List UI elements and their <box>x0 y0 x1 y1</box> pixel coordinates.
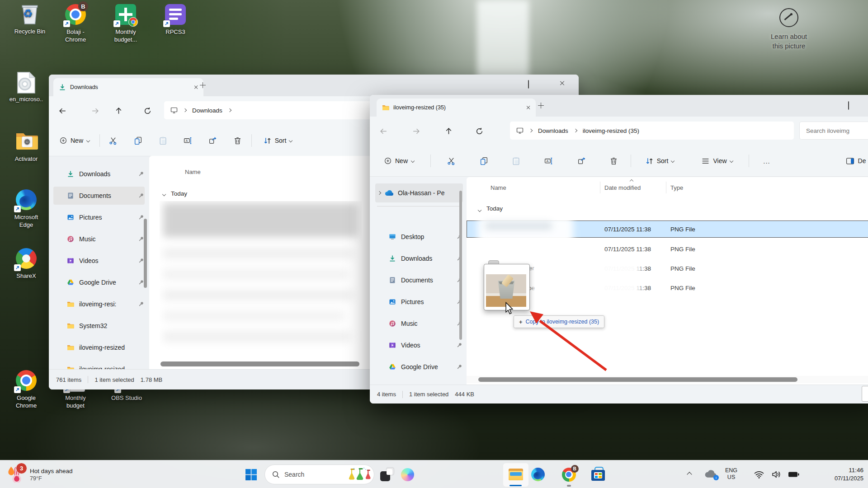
w1-horizontal-scrollbar[interactable] <box>160 361 359 366</box>
desktop-icon-sharex[interactable]: ShareX <box>1 248 51 280</box>
taskbar-microsoft-store[interactable] <box>590 467 606 482</box>
taskbar-file-explorer-active[interactable] <box>503 463 529 487</box>
new-button[interactable]: New <box>380 153 419 169</box>
w2-tab-iloveimg[interactable]: iloveimg-resized (35) <box>377 99 536 117</box>
w2-address-bar[interactable]: Downloads iloveimg-resized (35) <box>510 122 794 140</box>
w2-maximize-button[interactable] <box>848 102 849 110</box>
sidebar-item-videos[interactable]: Videos <box>375 336 463 354</box>
sidebar-item-music[interactable]: Music <box>375 314 463 333</box>
forward-button[interactable] <box>410 125 422 137</box>
sidebar-item-videos[interactable]: Videos <box>53 252 145 270</box>
taskbar-copilot[interactable] <box>400 467 415 482</box>
taskbar-chrome-bolaji[interactable]: B <box>561 467 576 482</box>
view-toggle-button[interactable] <box>862 386 868 402</box>
details-pane-button[interactable]: De <box>840 153 868 169</box>
column-divider[interactable] <box>600 182 600 193</box>
up-button[interactable] <box>112 104 125 117</box>
tray-hidden-icons-button[interactable] <box>682 467 697 482</box>
sidebar-item-downloads[interactable]: Downloads <box>375 249 463 267</box>
w1-address-bar[interactable]: Downloads <box>164 101 380 119</box>
copy-button[interactable] <box>130 132 146 149</box>
forward-button[interactable] <box>89 104 101 117</box>
view-button[interactable]: View <box>696 153 738 169</box>
refresh-button[interactable] <box>473 125 486 137</box>
sort-button[interactable]: Sort <box>258 132 297 149</box>
sort-button[interactable]: Sort <box>639 153 680 169</box>
column-divider[interactable] <box>666 182 666 193</box>
w1-column-name[interactable]: Name <box>185 169 201 175</box>
sidebar-item-google-drive[interactable]: Google Drive <box>53 273 145 291</box>
expand-chevron-icon[interactable] <box>377 191 381 195</box>
sidebar-item-music[interactable]: Music <box>53 230 145 248</box>
w2-column-type[interactable]: Type <box>670 184 683 191</box>
tray-wifi[interactable] <box>751 467 767 482</box>
sidebar-item-iloveimg-resi[interactable]: iloveimg-resi: <box>53 295 145 313</box>
breadcrumb-downloads[interactable]: Downloads <box>192 107 222 114</box>
sidebar-item-documents[interactable]: Documents <box>53 187 145 205</box>
w2-hscroll-track[interactable] <box>467 376 868 383</box>
w1-maximize-button[interactable] <box>528 80 529 89</box>
breadcrumb-chevron-icon[interactable] <box>228 108 231 112</box>
tray-language[interactable]: ENG US <box>725 467 737 481</box>
sidebar-item-desktop[interactable]: Desktop <box>375 228 463 246</box>
w2-group-today[interactable]: Today <box>486 205 503 212</box>
share-button[interactable] <box>573 153 590 169</box>
tray-clock[interactable]: 11:46 07/11/2025 <box>809 467 863 482</box>
desktop-icon-recycle-bin[interactable]: ♻ Recycle Bin <box>5 4 55 35</box>
tab-close-icon[interactable] <box>526 105 531 110</box>
desktop-icon-activator[interactable]: ⚙ Activator <box>1 131 51 163</box>
delete-button[interactable] <box>229 132 245 149</box>
w1-group-today[interactable]: Today <box>171 190 187 197</box>
taskbar-edge[interactable] <box>530 467 546 482</box>
new-button[interactable]: New <box>55 132 94 149</box>
share-button[interactable] <box>204 132 221 149</box>
breadcrumb-iloveimg[interactable]: iloveimg-resized (35) <box>583 127 639 134</box>
desktop-icon-en-microso[interactable]: en_microso.. <box>1 71 51 103</box>
tray-volume[interactable] <box>769 467 784 482</box>
w2-column-date[interactable]: Date modified <box>604 184 641 191</box>
sidebar-item-onedrive[interactable]: Ola-Hassan - Pe <box>375 183 463 202</box>
rename-button[interactable]: A <box>540 153 557 169</box>
sidebar-item-iloveimg-resized[interactable]: iloveimg-resized <box>53 338 145 357</box>
taskbar-app-squares[interactable] <box>379 467 395 482</box>
tab-close-icon[interactable] <box>194 85 198 89</box>
sidebar-item-documents[interactable]: Documents <box>375 271 463 289</box>
breadcrumb-downloads[interactable]: Downloads <box>538 127 568 134</box>
cut-button[interactable] <box>105 132 121 149</box>
weather-widget[interactable]: 3 Hot days ahead 79°F <box>6 463 73 486</box>
tray-battery[interactable] <box>786 467 801 482</box>
desktop-icon-bolaji-chrome[interactable]: B Bolaji - Chrome <box>51 4 100 43</box>
w2-column-name[interactable]: Name <box>491 184 506 191</box>
delete-button[interactable] <box>605 153 622 169</box>
group-collapse-icon[interactable] <box>162 192 166 196</box>
start-button[interactable] <box>243 467 259 482</box>
back-button[interactable] <box>377 125 390 137</box>
w2-sidebar-scrollbar[interactable] <box>459 191 462 340</box>
desktop-icon-google-chrome[interactable]: Google Chrome <box>1 370 51 409</box>
up-button[interactable] <box>442 125 455 137</box>
back-button[interactable] <box>56 104 69 117</box>
refresh-button[interactable] <box>141 104 154 117</box>
w2-hscroll-thumb[interactable] <box>478 377 797 382</box>
desktop-icon-edge[interactable]: Microsoft Edge <box>1 189 51 229</box>
desktop-icon-monthly-budget-web[interactable]: Monthly budget... <box>101 4 151 43</box>
taskbar-search[interactable]: Search <box>264 465 374 484</box>
more-options-button[interactable]: ... <box>758 153 776 169</box>
w1-sidebar-scrollbar[interactable] <box>144 219 147 288</box>
paste-button[interactable] <box>508 153 524 169</box>
desktop-icon-rpcs3[interactable]: RPCS3 <box>151 4 200 36</box>
spotlight-widget[interactable]: Learn about this picture <box>757 8 821 51</box>
sidebar-item-downloads[interactable]: Downloads <box>53 165 145 183</box>
copy-button[interactable] <box>476 153 492 169</box>
sidebar-item-pictures[interactable]: Pictures <box>53 208 145 226</box>
search-input[interactable] <box>799 122 868 140</box>
tray-onedrive-status[interactable]: i <box>703 467 719 482</box>
paste-button[interactable] <box>155 132 171 149</box>
cut-button[interactable] <box>443 153 459 169</box>
rename-button[interactable]: A <box>179 132 196 149</box>
group-collapse-icon[interactable] <box>478 208 481 212</box>
sidebar-item-system32[interactable]: System32 <box>53 317 145 335</box>
sidebar-item-google-drive[interactable]: Google Drive <box>375 358 463 376</box>
sidebar-item-pictures[interactable]: Pictures <box>375 293 463 311</box>
sidebar-item-iloveimg-resized-2[interactable]: iloveimg-resized <box>53 360 145 370</box>
